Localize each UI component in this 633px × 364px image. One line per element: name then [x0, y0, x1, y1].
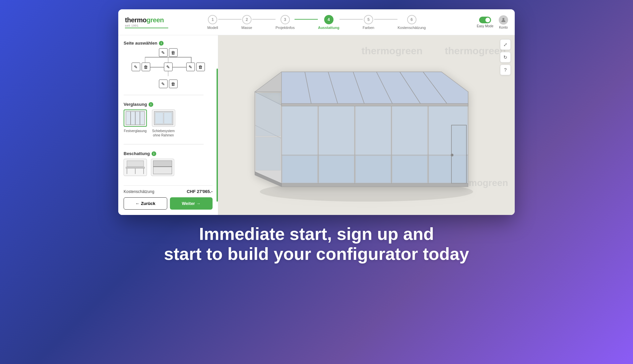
- account-avatar: [499, 15, 508, 25]
- svg-rect-7: [164, 112, 172, 124]
- expand-button[interactable]: ⤢: [500, 39, 511, 50]
- schiebesystem-option[interactable]: Schiebesystem ohne Rahmen: [151, 109, 176, 137]
- seite-info-icon[interactable]: i: [159, 41, 164, 46]
- seite-section-title: Seite auswählen i: [124, 41, 213, 46]
- edit-right-button[interactable]: ✎: [186, 63, 195, 71]
- step-2-label: Masse: [242, 26, 252, 30]
- edit-left-button[interactable]: ✎: [132, 63, 140, 71]
- connector-2-3: [252, 19, 276, 20]
- schiebesystem-thumb: [152, 109, 175, 127]
- account-label: Konto: [499, 26, 508, 29]
- refresh-button[interactable]: ↻: [500, 52, 511, 63]
- diag-left-buttons: ✎ 🗑: [132, 63, 150, 71]
- beschattung-thumb-1: [124, 159, 147, 176]
- svg-rect-6: [155, 112, 163, 124]
- step-4-label: Ausstattung: [318, 26, 339, 30]
- back-button[interactable]: ← Zurück: [124, 197, 167, 210]
- step-2[interactable]: 2 Masse: [242, 15, 252, 30]
- tagline-line2: start to build your configurator today: [164, 244, 469, 264]
- festverglasung-thumb: [124, 109, 147, 127]
- step-1-circle: 1: [208, 15, 217, 24]
- step-4[interactable]: 4 Ausstattung: [318, 15, 339, 30]
- svg-rect-44: [282, 156, 317, 183]
- beschattung-options: [124, 159, 213, 176]
- help-button[interactable]: ?: [500, 65, 511, 75]
- svg-rect-46: [355, 156, 391, 183]
- beschattung-option-2[interactable]: [151, 159, 174, 176]
- svg-rect-9: [127, 161, 144, 167]
- diag-right-buttons: ✎ 🗑: [186, 63, 205, 71]
- app-header: thermogreen seit 1991 1 Modell 2 Masse 3…: [118, 9, 515, 35]
- step-6-circle: 6: [407, 15, 416, 24]
- svg-point-50: [451, 154, 453, 156]
- edit-bottom-button[interactable]: ✎: [159, 80, 168, 88]
- easy-mode-toggle[interactable]: Easy Mode: [477, 17, 493, 28]
- verglasung-options: Festverglasung Schiebesystem ohne Rahmen: [124, 109, 213, 137]
- step-1-label: Modell: [207, 26, 218, 30]
- connector-3-4: [295, 19, 318, 20]
- seite-section: Seite auswählen i ✎ 🗑: [124, 41, 213, 88]
- diag-center-buttons: ✎: [164, 63, 173, 71]
- cost-row: Kostenschätzung CHF 27'065.-: [124, 189, 213, 194]
- app-window: thermogreen seit 1991 1 Modell 2 Masse 3…: [118, 9, 515, 215]
- verglasung-info-icon[interactable]: i: [149, 102, 153, 107]
- logo-underline: [125, 28, 168, 28]
- step-5-circle: 5: [364, 15, 373, 24]
- svg-rect-33: [282, 103, 468, 106]
- svg-rect-49: [451, 125, 466, 183]
- separator-2: [124, 144, 204, 144]
- sidebar-footer: Kostenschätzung CHF 27'065.- ← Zurück We…: [124, 185, 213, 210]
- separator-1: [124, 95, 204, 95]
- step-2-circle: 2: [242, 15, 252, 24]
- svg-rect-54: [256, 93, 281, 136]
- easy-mode-label: Easy Mode: [477, 24, 493, 28]
- connector-5-6: [374, 19, 397, 20]
- main-content: Seite auswählen i ✎ 🗑: [118, 35, 515, 215]
- step-5[interactable]: 5 Farben: [363, 15, 374, 30]
- beschattung-option-1[interactable]: [124, 159, 147, 176]
- edit-top-button[interactable]: ✎: [159, 48, 168, 57]
- step-6-label: Kostenschätzung: [397, 26, 425, 30]
- step-3[interactable]: 3 Projektinfos: [276, 15, 295, 30]
- svg-rect-47: [392, 156, 427, 183]
- step-5-label: Farben: [363, 26, 374, 30]
- logo-since: seit 1991: [125, 24, 139, 27]
- diag-bottom-buttons: ✎ 🗑: [159, 80, 178, 88]
- schiebesystem-label: Schiebesystem ohne Rahmen: [151, 129, 176, 137]
- logo-area: thermogreen seit 1991: [125, 16, 168, 28]
- step-6[interactable]: 6 Kostenschätzung: [397, 15, 425, 30]
- header-right-controls: Easy Mode Konto: [465, 15, 508, 29]
- tagline-line1: Immediate start, sign up and: [164, 224, 469, 244]
- beschattung-title: Beschattung i: [124, 151, 213, 156]
- toggle-switch[interactable]: [479, 17, 491, 23]
- festverglasung-label: Festverglasung: [124, 129, 147, 133]
- action-buttons: ← Zurück Weiter →: [124, 197, 213, 210]
- svg-rect-8: [126, 167, 145, 168]
- step-1[interactable]: 1 Modell: [207, 15, 218, 30]
- trash-top-button[interactable]: 🗑: [169, 48, 178, 57]
- cost-label: Kostenschätzung: [124, 189, 154, 194]
- connector-4-5: [339, 19, 363, 20]
- scroll-indicator: [217, 69, 218, 202]
- svg-rect-51: [282, 183, 468, 187]
- svg-rect-14: [153, 161, 172, 167]
- svg-rect-45: [319, 156, 354, 183]
- step-4-circle: 4: [324, 15, 333, 24]
- connector-1-2: [218, 19, 242, 20]
- edit-center-button[interactable]: ✎: [164, 63, 173, 71]
- logo-text: thermogreen: [125, 16, 164, 24]
- beschattung-thumb-2: [151, 159, 174, 176]
- viewer-tools: ⤢ ↻ ?: [500, 39, 511, 75]
- beschattung-section: Beschattung i: [124, 151, 213, 176]
- festverglasung-option[interactable]: Festverglasung: [124, 109, 147, 137]
- trash-left-button[interactable]: 🗑: [142, 63, 150, 71]
- trash-right-button[interactable]: 🗑: [196, 63, 205, 71]
- sidebar: Seite auswählen i ✎ 🗑: [118, 35, 218, 215]
- step-3-label: Projektinfos: [276, 26, 295, 30]
- svg-rect-55: [256, 137, 281, 170]
- account-button[interactable]: Konto: [499, 15, 508, 29]
- beschattung-info-icon[interactable]: i: [152, 151, 156, 156]
- next-button[interactable]: Weiter →: [170, 197, 213, 210]
- seite-diagram: ✎ 🗑 ✎ 🗑 ✎ ✎ 🗑: [132, 48, 205, 88]
- trash-bottom-button[interactable]: 🗑: [169, 80, 178, 88]
